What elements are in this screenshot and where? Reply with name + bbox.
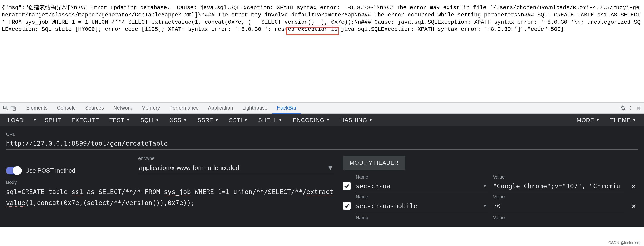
devtools-tabbar: Elements Console Sources Network Memory … [0,103,644,114]
header-value-label: Value [493,215,624,220]
tab-sources[interactable]: Sources [80,103,108,114]
sqli-button[interactable]: SQLI▼ [135,114,165,126]
device-toggle-icon[interactable] [10,104,17,112]
remove-header-icon[interactable] [630,182,638,191]
header-checkbox[interactable] [343,202,350,210]
header-value-label: Value [493,194,624,200]
chevron-down-icon[interactable]: ▼ [484,203,486,208]
split-button[interactable]: SPLIT [40,114,66,126]
header-name-input[interactable] [356,181,488,192]
body-textarea[interactable]: sql=CREATE table ss1 as SELECT/**/* FROM… [6,186,334,208]
header-value-input[interactable] [493,201,624,212]
close-devtools-icon[interactable] [634,104,642,112]
hackbar-body: URL Use POST method enctype application/… [0,126,644,227]
tab-elements[interactable]: Elements [22,103,52,114]
svg-point-3 [630,106,631,107]
header-checkbox[interactable] [343,182,350,190]
header-value-input[interactable] [493,181,624,192]
xss-button[interactable]: XSS▼ [165,114,192,126]
header-value-label: Value [493,174,624,180]
encoding-button[interactable]: ENCODING▼ [288,114,335,126]
load-caret[interactable]: ▼ [29,114,40,126]
hashing-button[interactable]: HASHING▼ [335,114,378,126]
url-section: URL [6,132,638,150]
tab-hackbar[interactable]: HackBar [272,103,301,114]
more-icon[interactable] [627,104,634,112]
enctype-label: enctype [138,156,334,161]
ssti-button[interactable]: SSTI▼ [224,114,253,126]
svg-point-5 [630,109,631,110]
test-button[interactable]: TEST▼ [104,114,135,126]
body-label: Body [6,180,334,185]
modify-header-button[interactable]: MODIFY HEADER [343,156,406,170]
hackbar-panel: LOAD ▼ SPLIT EXECUTE TEST▼ SQLI▼ XSS▼ SS… [0,114,644,227]
header-row: Name ▼ Value [343,174,638,192]
theme-button[interactable]: THEME▼ [605,114,642,126]
header-name-label: Name [356,174,488,180]
tab-console[interactable]: Console [52,103,80,114]
shell-button[interactable]: SHELL▼ [253,114,288,126]
enctype-select[interactable]: application/x-www-form-urlencoded ▼ [138,162,334,174]
tab-network[interactable]: Network [108,103,137,114]
post-toggle-row: Use POST method [6,167,138,174]
svg-point-4 [630,108,631,108]
post-toggle-label: Use POST method [25,167,75,174]
error-message-text: {"msg":"创建表结构异常[\n### Error updating dat… [2,4,642,33]
header-name-input[interactable] [356,201,488,212]
settings-icon[interactable] [619,104,627,112]
header-row: Name Value [343,215,638,222]
header-row: Name ▼ Value [343,194,638,212]
post-method-toggle[interactable] [6,167,21,174]
mode-button[interactable]: MODE▼ [572,114,605,126]
tab-performance[interactable]: Performance [165,103,203,114]
url-input[interactable] [6,138,638,150]
chevron-down-icon[interactable]: ▼ [484,184,486,188]
svg-rect-1 [11,106,14,109]
load-button[interactable]: LOAD [2,114,29,126]
remove-header-icon[interactable] [630,202,638,210]
ssrf-button[interactable]: SSRF▼ [192,114,224,126]
headers-list: Name ▼ Value [343,174,638,222]
page-response: {"msg":"创建表结构异常[\n### Error updating dat… [0,0,644,103]
watermark: CSDN @luelueking [608,241,642,245]
enctype-value: application/x-www-form-urlencoded [139,164,239,171]
url-label: URL [6,132,638,137]
tab-lighthouse[interactable]: Lighthouse [238,103,272,114]
tab-application[interactable]: Application [203,103,238,114]
separator [19,105,20,111]
hackbar-toolbar: LOAD ▼ SPLIT EXECUTE TEST▼ SQLI▼ XSS▼ SS… [0,114,644,126]
chevron-down-icon: ▼ [327,164,334,171]
execute-button[interactable]: EXECUTE [66,114,104,126]
header-name-label: Name [356,215,488,220]
header-name-label: Name [356,194,488,200]
inspect-icon[interactable] [2,104,10,112]
tab-memory[interactable]: Memory [137,103,165,114]
